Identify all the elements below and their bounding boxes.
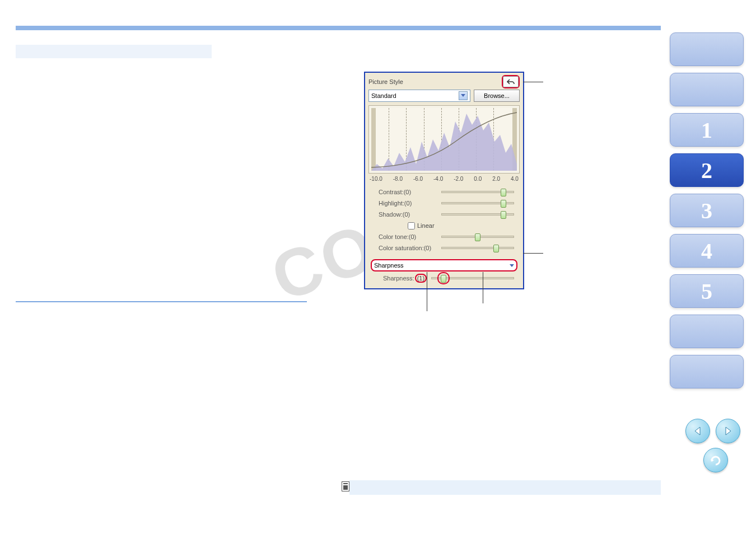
callout-leader — [483, 272, 483, 303]
histogram — [368, 105, 520, 174]
callout-leader — [523, 82, 543, 82]
color-saturation-slider[interactable] — [441, 247, 514, 249]
nav-chapter-4[interactable]: 4 — [670, 234, 744, 268]
section-heading-placeholder — [16, 45, 212, 58]
revert-button[interactable] — [503, 76, 519, 87]
footnote-bar — [349, 480, 661, 495]
nav-chapter-3[interactable]: 3 — [670, 194, 744, 227]
nav-chapter-1[interactable]: 1 — [670, 113, 744, 147]
shadow-label: Shadow:(0) — [379, 211, 441, 218]
triangle-right-icon — [723, 426, 733, 436]
picture-style-value: Standard — [371, 92, 396, 99]
shadow-slider[interactable] — [441, 213, 514, 216]
next-page-button[interactable] — [716, 419, 740, 443]
chevron-down-icon — [510, 262, 514, 269]
nav-reference[interactable] — [670, 315, 744, 348]
nav-index[interactable] — [670, 355, 744, 388]
nav-chapter-2[interactable]: 2 — [670, 153, 744, 187]
top-rule — [16, 26, 661, 30]
browse-button[interactable]: Browse... — [474, 90, 520, 102]
return-arrow-icon — [710, 455, 722, 466]
sharpness-select-value: Sharpness — [374, 262, 404, 269]
triangle-left-icon — [693, 426, 703, 436]
highlight-slider[interactable] — [441, 202, 514, 204]
color-saturation-label: Color saturation:(0) — [379, 245, 441, 251]
sharpness-value: (1) — [415, 274, 427, 283]
return-button[interactable] — [703, 448, 728, 472]
picture-style-select[interactable]: Standard — [368, 90, 470, 102]
linear-checkbox[interactable] — [408, 222, 415, 229]
divider — [16, 301, 307, 302]
nav-intro[interactable] — [670, 32, 744, 66]
panel-title: Picture Style — [368, 78, 403, 85]
chapter-nav: 1 2 3 4 5 — [670, 32, 744, 388]
color-tone-label: Color tone:(0) — [379, 233, 441, 240]
sharpness-select[interactable]: Sharpness — [371, 259, 517, 271]
chevron-down-icon — [459, 91, 468, 100]
callout-leader — [427, 272, 427, 311]
contrast-slider[interactable] — [441, 191, 514, 193]
highlight-label: Highlight:(0) — [379, 200, 441, 207]
histogram-ticks: -10.0 -8.0 -6.0 -4.0 -2.0 0.0 2.0 4.0 — [365, 174, 523, 186]
note-icon — [342, 481, 349, 491]
sharpness-label: Sharpness: — [383, 275, 414, 282]
nav-chapter-5[interactable]: 5 — [670, 274, 744, 308]
nav-contents[interactable] — [670, 73, 744, 106]
contrast-label: Contrast:(0) — [379, 189, 441, 195]
sharpness-slider[interactable] — [431, 277, 514, 279]
linear-label: Linear — [417, 222, 435, 229]
callout-leader — [523, 253, 543, 254]
color-tone-slider[interactable] — [441, 236, 514, 238]
prev-page-button[interactable] — [685, 419, 710, 443]
undo-icon — [506, 78, 515, 85]
picture-style-panel: Picture Style Standard Browse... — [364, 72, 524, 289]
